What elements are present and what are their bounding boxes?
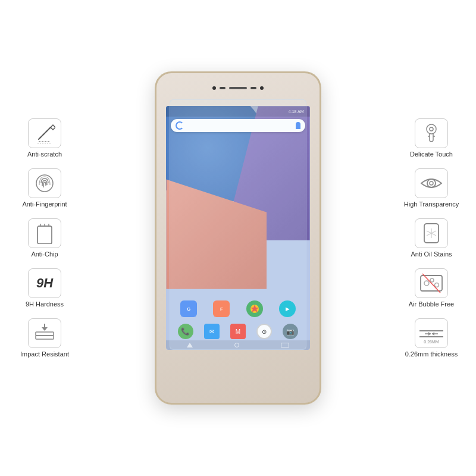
app-feedback: F [213,300,230,317]
app-icons-row: G F ▶ [166,300,309,317]
fingerprint-icon [33,172,56,195]
anti-scratch-label: Anti-scratch [27,151,62,158]
9h-icon-box: 9H [28,268,61,298]
dock-camera: 📷 [283,324,298,339]
svg-point-25 [424,281,429,286]
thickness-icon: 0.26MM [416,321,446,345]
eye-icon [419,173,444,194]
feature-9h-hardness: 9H 9H Hardness [26,268,64,308]
speaker [229,87,247,89]
phone-screen: 4:18 AM G F ▶ [166,106,309,350]
nav-bar [166,340,309,350]
feature-delicate-touch: Delicate Touch [410,118,453,158]
feature-impact-resistant: Impact Resistant [20,318,69,358]
svg-marker-34 [432,332,434,336]
svg-rect-5 [37,226,52,244]
feature-anti-chip: Anti-Chip [28,218,61,258]
thickness-label: 0.26mm thickness [405,350,458,358]
impact-icon [33,322,57,344]
svg-rect-9 [36,332,54,336]
mic-icon [296,122,300,129]
anti-fingerprint-label: Anti-Fingerprint [22,201,67,208]
anti-chip-label: Anti-Chip [31,250,58,258]
feature-air-bubble: Air Bubble Free [409,268,454,308]
dock-chrome: ⊙ [256,324,272,339]
impact-icon-box [28,318,61,348]
transparency-label: High Transparency [404,201,459,208]
anti-fingerprint-icon-box [28,168,61,198]
feature-high-transparency: High Transparency [404,168,459,208]
svg-point-27 [435,283,439,287]
chip-icon [34,223,55,244]
feature-anti-fingerprint: Anti-Fingerprint [22,168,67,208]
feature-anti-oil: Anti Oil Stains [411,218,452,258]
anti-scratch-icon-box [28,118,61,148]
main-container: Anti-scratch Anti-Fingerprint [0,0,476,476]
phone-clean-icon [421,221,442,245]
svg-marker-3 [51,125,55,130]
svg-line-0 [39,127,51,139]
dock-gmail: M [230,324,246,339]
thickness-icon-box: 0.26MM [415,318,448,348]
svg-text:0.26MM: 0.26MM [424,340,439,344]
svg-point-18 [427,179,436,187]
anti-chip-icon-box [28,218,61,248]
bubble-icon [419,272,444,295]
impact-label: Impact Resistant [20,350,69,358]
touch-icon-box [415,118,448,148]
dock-phone: 📞 [178,324,193,339]
bubble-label: Air Bubble Free [409,300,454,308]
oil-icon-box [415,218,448,248]
back-button [187,343,193,347]
front-camera [212,86,216,90]
app-google: G [180,300,197,317]
recents-button [281,343,289,347]
app-photos [246,300,263,317]
sensor2 [250,87,256,89]
touch-label: Delicate Touch [410,151,453,158]
svg-rect-10 [36,336,54,339]
screen-background: 4:18 AM G F ▶ [166,106,309,350]
svg-point-19 [430,181,433,185]
9h-label: 9H Hardness [26,300,64,308]
feature-thickness: 0.26MM 0.26mm thickness [405,318,458,358]
svg-marker-32 [428,332,431,336]
app-playstore: ▶ [279,300,296,317]
dock-messages: ✉ [204,324,220,339]
status-time: 4:18 AM [289,109,304,114]
status-bar: 4:18 AM [166,106,309,117]
phone-body: 4:18 AM G F ▶ [155,71,321,405]
phone-top-bar [156,73,320,103]
search-bar [171,119,305,132]
svg-point-4 [36,175,53,192]
google-logo [176,121,184,130]
home-button [234,343,239,347]
dock-icons: 📞 ✉ M ⊙ 📷 [166,324,309,339]
scratch-icon [34,123,55,144]
features-right: Delicate Touch High Transparency [393,118,470,358]
sensor [220,87,226,89]
oil-label: Anti Oil Stains [411,250,452,258]
front-camera2 [260,86,264,90]
svg-marker-12 [42,327,48,331]
svg-point-15 [430,127,433,131]
bubble-icon-box [415,268,448,298]
feature-anti-scratch: Anti-scratch [27,118,62,158]
svg-point-26 [430,278,434,282]
features-left: Anti-scratch Anti-Fingerprint [6,118,83,358]
eye-icon-box [415,168,448,198]
phone-display: 4:18 AM G F ▶ [155,71,321,405]
touch-icon [420,122,443,145]
svg-point-14 [427,124,436,134]
